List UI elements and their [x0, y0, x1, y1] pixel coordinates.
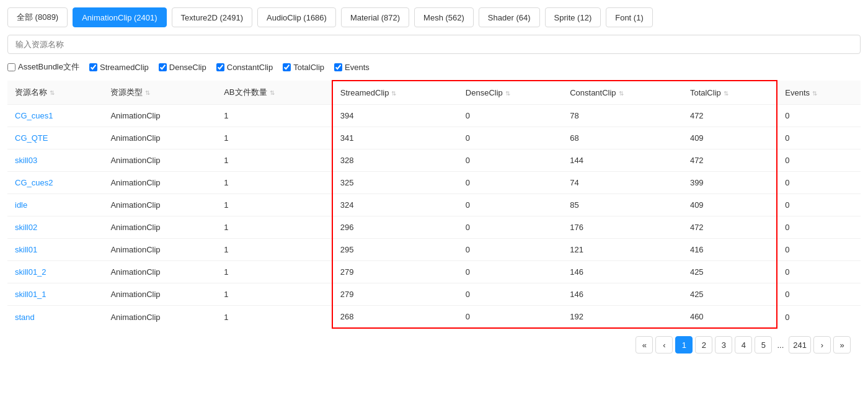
cell-events: 0 — [777, 283, 861, 306]
cell-streamed_clip: 295 — [332, 239, 458, 261]
col-label-ab_count: AB文件数量 — [224, 87, 267, 97]
cell-events: 0 — [777, 127, 861, 149]
sort-icon-total_clip[interactable]: ⇅ — [724, 90, 728, 97]
cell-ab_count: 1 — [216, 149, 332, 172]
cell-type: AnimationClip — [103, 216, 216, 239]
cell-constant_clip: 144 — [562, 149, 683, 172]
sort-icon-name[interactable]: ⇅ — [50, 89, 55, 96]
cell-dense_clip: 0 — [458, 172, 562, 194]
cell-streamed_clip: 268 — [332, 306, 458, 329]
col-label-events: Events — [785, 88, 810, 97]
cell-total_clip: 409 — [683, 194, 777, 216]
cell-name[interactable]: skill03 — [7, 149, 103, 172]
cell-constant_clip: 192 — [562, 306, 683, 329]
pagination-page-4[interactable]: 4 — [735, 336, 752, 354]
cell-name[interactable]: idle — [7, 194, 103, 216]
checkbox-events[interactable]: Events — [334, 63, 370, 72]
cell-name[interactable]: skill01 — [7, 239, 103, 261]
cell-ab_count: 1 — [216, 105, 332, 127]
pagination-page-3[interactable]: 3 — [715, 336, 732, 354]
sort-icon-dense_clip[interactable]: ⇅ — [505, 90, 510, 97]
cell-total_clip: 472 — [683, 216, 777, 239]
cell-type: AnimationClip — [103, 149, 216, 172]
checkbox-streamedclip[interactable]: StreamedClip — [89, 63, 149, 72]
cell-type: AnimationClip — [103, 283, 216, 306]
cell-streamed_clip: 394 — [332, 105, 458, 127]
pagination-first[interactable]: « — [636, 336, 653, 354]
cell-streamed_clip: 341 — [332, 127, 458, 149]
cell-name[interactable]: skill02 — [7, 216, 103, 239]
col-header-ab_count[interactable]: AB文件数量⇅ — [216, 81, 332, 105]
filter-tab-shader[interactable]: Shader (64) — [479, 7, 540, 27]
table-row: skill02AnimationClip129601764720 — [7, 216, 861, 239]
cell-dense_clip: 0 — [458, 105, 562, 127]
sort-icon-ab_count[interactable]: ⇅ — [270, 89, 275, 96]
col-header-dense_clip[interactable]: DenseClip⇅ — [458, 81, 562, 105]
col-label-total_clip: TotalClip — [690, 88, 721, 97]
cell-streamed_clip: 324 — [332, 194, 458, 216]
checkbox-assetbundle[interactable]: AssetBundle文件 — [7, 61, 79, 73]
pagination-next[interactable]: › — [813, 336, 831, 354]
pagination-prev[interactable]: ‹ — [655, 336, 673, 354]
cell-dense_clip: 0 — [458, 283, 562, 306]
pagination-page-5[interactable]: 5 — [755, 336, 772, 354]
table-row: CG_cues2AnimationClip13250743990 — [7, 172, 861, 194]
checkbox-constantclip[interactable]: ConstantClip — [216, 63, 273, 72]
cell-name[interactable]: CG_cues1 — [7, 105, 103, 127]
pagination-page-2[interactable]: 2 — [695, 336, 712, 354]
col-label-constant_clip: ConstantClip — [570, 88, 616, 97]
cell-events: 0 — [777, 216, 861, 239]
col-header-constant_clip[interactable]: ConstantClip⇅ — [562, 81, 683, 105]
filter-tab-texture2d[interactable]: Texture2D (2491) — [172, 7, 252, 27]
cell-events: 0 — [777, 261, 861, 283]
col-label-dense_clip: DenseClip — [466, 88, 503, 97]
pagination: «‹12345...241›» — [7, 329, 861, 361]
cell-constant_clip: 78 — [562, 105, 683, 127]
cell-dense_clip: 0 — [458, 239, 562, 261]
cell-ab_count: 1 — [216, 306, 332, 329]
filter-tab-sprite[interactable]: Sprite (12) — [545, 7, 601, 27]
filter-tab-all[interactable]: 全部 (8089) — [7, 7, 68, 27]
col-header-streamed_clip[interactable]: StreamedClip⇅ — [332, 81, 458, 105]
filter-tab-material[interactable]: Material (872) — [341, 7, 409, 27]
search-input[interactable] — [7, 35, 861, 54]
cell-total_clip: 399 — [683, 172, 777, 194]
sort-icon-streamed_clip[interactable]: ⇅ — [391, 90, 396, 97]
filter-tab-font[interactable]: Font (1) — [606, 7, 653, 27]
main-container: 全部 (8089)AnimationClip (2401)Texture2D (… — [0, 0, 868, 368]
cell-name[interactable]: CG_QTE — [7, 127, 103, 149]
col-header-type[interactable]: 资源类型⇅ — [103, 81, 216, 105]
cell-ab_count: 1 — [216, 283, 332, 306]
pagination-last[interactable]: » — [833, 336, 851, 354]
table-row: idleAnimationClip13240854090 — [7, 194, 861, 216]
table-wrapper: 资源名称⇅资源类型⇅AB文件数量⇅StreamedClip⇅DenseClip⇅… — [7, 80, 861, 329]
cell-total_clip: 425 — [683, 283, 777, 306]
filter-tab-audioclip[interactable]: AudioClip (1686) — [257, 7, 336, 27]
col-header-events[interactable]: Events⇅ — [777, 81, 861, 105]
table-row: skill03AnimationClip132801444720 — [7, 149, 861, 172]
col-header-name[interactable]: 资源名称⇅ — [7, 81, 103, 105]
checkbox-totalclip[interactable]: TotalClip — [283, 63, 324, 72]
cell-total_clip: 472 — [683, 105, 777, 127]
cell-constant_clip: 176 — [562, 216, 683, 239]
sort-icon-events[interactable]: ⇅ — [812, 90, 817, 97]
cell-total_clip: 460 — [683, 306, 777, 329]
sort-icon-constant_clip[interactable]: ⇅ — [619, 90, 624, 97]
cell-name[interactable]: stand — [7, 306, 103, 329]
cell-total_clip: 409 — [683, 127, 777, 149]
cell-name[interactable]: CG_cues2 — [7, 172, 103, 194]
cell-name[interactable]: skill01_1 — [7, 283, 103, 306]
checkbox-denseclip[interactable]: DenseClip — [159, 63, 206, 72]
sort-icon-type[interactable]: ⇅ — [145, 89, 150, 96]
cell-name[interactable]: skill01_2 — [7, 261, 103, 283]
filter-tab-animationclip[interactable]: AnimationClip (2401) — [73, 7, 166, 27]
cell-type: AnimationClip — [103, 194, 216, 216]
cell-constant_clip: 68 — [562, 127, 683, 149]
filter-tab-mesh[interactable]: Mesh (562) — [414, 7, 474, 27]
pagination-last-page[interactable]: 241 — [789, 336, 811, 354]
cell-dense_clip: 0 — [458, 306, 562, 329]
pagination-page-1[interactable]: 1 — [675, 336, 693, 354]
col-header-total_clip[interactable]: TotalClip⇅ — [683, 81, 777, 105]
data-table: 资源名称⇅资源类型⇅AB文件数量⇅StreamedClip⇅DenseClip⇅… — [7, 80, 861, 329]
cell-events: 0 — [777, 149, 861, 172]
